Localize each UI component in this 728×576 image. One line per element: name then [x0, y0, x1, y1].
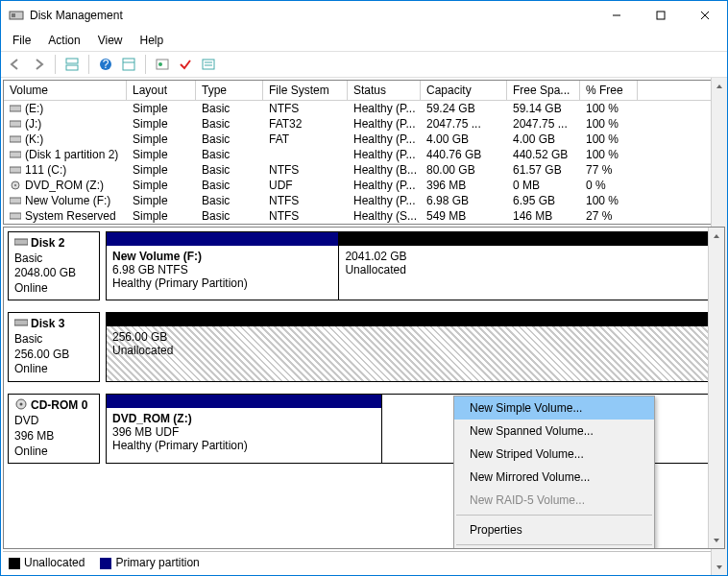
partition-bar: [107, 232, 338, 246]
menu-help[interactable]: Help: [133, 32, 172, 49]
forward-button[interactable]: [28, 54, 49, 75]
table-row[interactable]: DVD_ROM (Z:)SimpleBasicUDFHealthy (P...3…: [4, 178, 724, 193]
disk-partitions: New Volume (F:) 6.98 GB NTFS Healthy (Pr…: [106, 231, 720, 300]
check-icon[interactable]: [175, 54, 196, 75]
svg-rect-6: [66, 59, 78, 63]
svg-rect-24: [10, 198, 21, 204]
menu-separator: [456, 544, 652, 545]
column-filesystem[interactable]: File System: [263, 81, 348, 100]
svg-text:?: ?: [103, 58, 109, 71]
app-icon: [9, 8, 24, 23]
menu-action[interactable]: Action: [40, 32, 87, 49]
volume-list: Volume Layout Type File System Status Ca…: [3, 80, 725, 225]
disk-info[interactable]: Disk 2 Basic 2048.00 GB Online: [8, 231, 100, 300]
disk-partitions: 256.00 GB Unallocated: [106, 312, 720, 381]
disk-icon: [14, 317, 28, 332]
column-free[interactable]: Free Spa...: [507, 81, 580, 100]
scroll-up-icon[interactable]: [709, 228, 724, 244]
toolbar: ?: [1, 51, 727, 78]
svg-point-23: [14, 184, 16, 186]
svg-point-29: [20, 402, 23, 405]
table-row[interactable]: System ReservedSimpleBasicNTFSHealthy (S…: [4, 208, 724, 224]
titlebar[interactable]: Disk Management: [1, 1, 727, 30]
table-row[interactable]: 111 (C:)SimpleBasicNTFSHealthy (B...80.0…: [4, 162, 724, 178]
svg-rect-14: [203, 60, 214, 69]
column-type[interactable]: Type: [196, 81, 263, 100]
volume-list-header: Volume Layout Type File System Status Ca…: [4, 81, 724, 101]
menubar: File Action View Help: [1, 30, 727, 51]
svg-rect-10: [123, 59, 134, 70]
maximize-button[interactable]: [639, 1, 683, 30]
table-row[interactable]: (J:)SimpleBasicFAT32Healthy (P...2047.75…: [4, 116, 724, 132]
svg-rect-3: [657, 12, 665, 19]
menu-new-mirrored-volume[interactable]: New Mirrored Volume...: [454, 466, 654, 489]
menu-new-spanned-volume[interactable]: New Spanned Volume...: [454, 420, 654, 443]
table-row[interactable]: (Disk 1 partition 2)SimpleBasicHealthy (…: [4, 147, 724, 162]
content-area: Volume Layout Type File System Status Ca…: [1, 78, 727, 575]
column-volume[interactable]: Volume: [4, 81, 127, 100]
disk-info[interactable]: CD-ROM 0 DVD 396 MB Online: [8, 394, 100, 464]
disk-row: Disk 2 Basic 2048.00 GB Online New Volum…: [8, 231, 720, 300]
legend: Unallocated Primary partition: [3, 551, 725, 573]
partition-primary[interactable]: New Volume (F:) 6.98 GB NTFS Healthy (Pr…: [107, 232, 339, 300]
svg-rect-25: [10, 213, 21, 219]
column-status[interactable]: Status: [348, 81, 421, 100]
menu-new-simple-volume[interactable]: New Simple Volume...: [454, 396, 654, 420]
window-title: Disk Management: [30, 9, 595, 22]
menu-new-striped-volume[interactable]: New Striped Volume...: [454, 443, 654, 466]
svg-rect-19: [10, 136, 21, 142]
scrollbar[interactable]: [708, 228, 724, 548]
minimize-button[interactable]: [595, 1, 639, 30]
legend-unallocated: Unallocated: [9, 556, 85, 569]
svg-rect-17: [10, 106, 21, 111]
disk-info[interactable]: Disk 3 Basic 256.00 GB Online: [8, 312, 100, 381]
table-row[interactable]: New Volume (F:)SimpleBasicNTFSHealthy (P…: [4, 193, 724, 208]
svg-rect-27: [14, 320, 28, 325]
partition-bar: [107, 313, 719, 326]
svg-rect-1: [12, 13, 15, 17]
table-row[interactable]: (E:)SimpleBasicNTFSHealthy (P...59.24 GB…: [4, 101, 724, 116]
scroll-up-icon[interactable]: [712, 78, 727, 94]
volume-list-body[interactable]: (E:)SimpleBasicNTFSHealthy (P...59.24 GB…: [4, 101, 724, 224]
svg-rect-20: [10, 152, 21, 157]
disk-row: Disk 3 Basic 256.00 GB Online 256.00 GB …: [8, 312, 720, 381]
menu-view[interactable]: View: [90, 32, 131, 49]
disk-graphical-view[interactable]: Disk 2 Basic 2048.00 GB Online New Volum…: [3, 227, 725, 549]
view-split-icon[interactable]: [61, 54, 83, 75]
column-pct-free[interactable]: % Free: [580, 81, 638, 100]
svg-rect-18: [10, 121, 21, 127]
disc-icon: [14, 398, 28, 415]
list-icon[interactable]: [198, 54, 219, 75]
back-button[interactable]: [5, 54, 26, 75]
partition-unallocated[interactable]: 2041.02 GB Unallocated: [339, 232, 719, 300]
close-button[interactable]: [683, 1, 727, 30]
partition-bar: [107, 395, 381, 408]
menu-new-raid5-volume: New RAID-5 Volume...: [454, 489, 654, 512]
svg-rect-7: [66, 65, 78, 70]
settings-icon[interactable]: [118, 54, 139, 75]
column-capacity[interactable]: Capacity: [421, 81, 507, 100]
svg-rect-26: [14, 239, 28, 245]
column-layout[interactable]: Layout: [127, 81, 196, 100]
menu-properties[interactable]: Properties: [454, 518, 654, 541]
menu-file[interactable]: File: [5, 32, 38, 49]
legend-primary: Primary partition: [100, 556, 199, 569]
menu-separator: [456, 515, 652, 516]
svg-rect-21: [10, 167, 21, 173]
scroll-down-icon[interactable]: [712, 559, 727, 575]
svg-point-13: [158, 62, 162, 66]
menu-help[interactable]: Help: [454, 548, 654, 549]
context-menu: New Simple Volume... New Spanned Volume.…: [453, 396, 655, 549]
table-row[interactable]: (K:)SimpleBasicFATHealthy (P...4.00 GB4.…: [4, 132, 724, 147]
partition-bar: [339, 232, 719, 246]
partition-primary[interactable]: DVD_ROM (Z:) 396 MB UDF Healthy (Primary…: [107, 395, 382, 463]
partition-unallocated[interactable]: 256.00 GB Unallocated: [107, 313, 719, 380]
disk-icon: [14, 236, 28, 252]
disk-management-window: Disk Management File Action View Help ? …: [0, 0, 728, 576]
refresh-icon[interactable]: [152, 54, 173, 75]
scroll-down-icon[interactable]: [709, 532, 724, 548]
help-icon[interactable]: ?: [95, 54, 116, 75]
